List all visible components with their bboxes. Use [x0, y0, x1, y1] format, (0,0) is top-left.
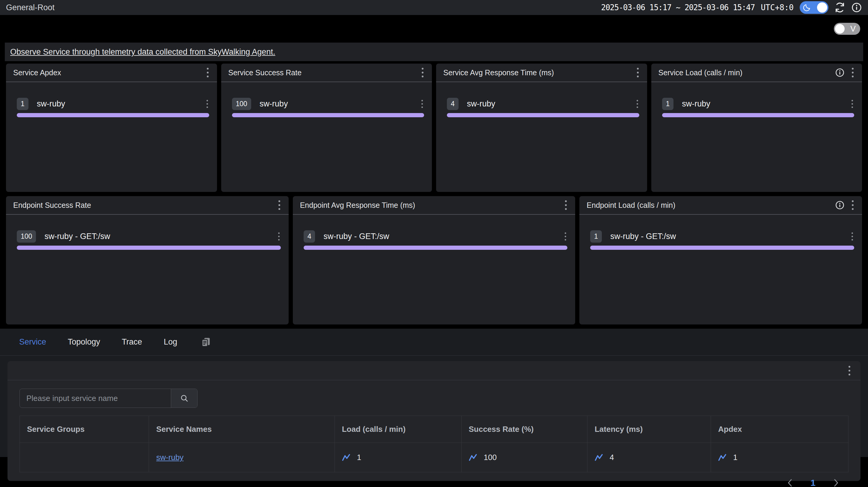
card-service-success-rate: Service Success Rate 100 sw-ruby — [221, 64, 432, 192]
metric-bar-fill — [447, 113, 639, 117]
bottom-section: Service Topology Trace Log — [0, 329, 868, 457]
card-menu-button[interactable] — [206, 67, 210, 79]
item-menu-button[interactable] — [277, 231, 281, 242]
cell-service-name: sw-ruby — [149, 443, 335, 472]
dark-mode-toggle[interactable] — [800, 1, 829, 14]
sparkline-icon[interactable] — [718, 454, 727, 461]
info-icon[interactable] — [835, 68, 845, 78]
docs-icon — [200, 337, 211, 347]
item-menu-button[interactable] — [205, 99, 209, 109]
cell-apdex: 1 — [711, 443, 848, 472]
card-menu-button[interactable] — [850, 199, 855, 211]
sparkline-icon[interactable] — [469, 454, 478, 461]
search-input[interactable] — [20, 389, 171, 407]
metric-item-label[interactable]: sw-ruby — [682, 99, 850, 109]
endpoint-metrics-row: Endpoint Success Rate 100 sw-ruby - GET:… — [0, 196, 868, 325]
metric-value-badge: 4 — [447, 98, 459, 110]
card-title: Service Avg Response Time (ms) — [443, 68, 636, 77]
metric-item-label[interactable]: sw-ruby — [37, 99, 205, 109]
previous-page-button[interactable] — [786, 478, 794, 487]
metric-bar — [447, 113, 639, 117]
tab-log[interactable]: Log — [164, 337, 177, 347]
item-menu-button[interactable] — [850, 99, 854, 109]
card-title: Endpoint Avg Response Time (ms) — [300, 201, 564, 210]
card-menu-button[interactable] — [421, 67, 425, 79]
cell-success-rate: 100 — [461, 443, 587, 472]
header-service-names: Service Names — [149, 416, 335, 443]
metric-bar-fill — [232, 113, 425, 117]
refresh-icon — [834, 2, 845, 13]
metric-value-badge: 1 — [590, 230, 602, 243]
banner-text[interactable]: Observe Service through telemetry data c… — [10, 48, 275, 57]
tab-service[interactable]: Service — [19, 337, 46, 347]
top-bar-controls: 2025-03-06 15:17 ~ 2025-03-06 15:47 UTC+… — [601, 1, 862, 14]
metric-value-badge: 1 — [662, 98, 674, 110]
sparkline-icon[interactable] — [595, 454, 603, 461]
description-banner: Observe Service through telemetry data c… — [5, 42, 863, 61]
current-page[interactable]: 1 — [810, 478, 815, 487]
sparkline-icon[interactable] — [342, 454, 351, 461]
toolbar-strip: V — [0, 15, 868, 42]
header-success-rate: Success Rate (%) — [461, 416, 587, 443]
toggle-knob — [817, 2, 827, 12]
metric-bar — [232, 113, 425, 117]
card-menu-button[interactable] — [277, 199, 281, 211]
page-title: General-Root — [6, 3, 55, 12]
view-edit-toggle[interactable]: V — [834, 23, 860, 35]
item-menu-button[interactable] — [563, 231, 567, 242]
table-row: sw-ruby 1 — [20, 443, 848, 472]
metric-bar — [662, 113, 855, 117]
info-icon[interactable] — [835, 200, 845, 210]
pagination: 1 — [7, 472, 861, 487]
card-service-load: Service Load (calls / min) 1 sw-ruby — [651, 64, 862, 192]
metric-item-label[interactable]: sw-ruby - GET:/sw — [323, 232, 563, 241]
service-table: Service Groups Service Names Load (calls… — [20, 416, 848, 472]
metric-value: 1 — [733, 453, 737, 462]
copy-docs-button[interactable] — [200, 337, 211, 347]
timezone-label[interactable]: UTC+8:0 — [761, 3, 794, 12]
header-load: Load (calls / min) — [335, 416, 461, 443]
metric-value: 1 — [357, 453, 361, 462]
tab-topology[interactable]: Topology — [68, 337, 100, 347]
search-button[interactable] — [171, 389, 197, 407]
search-row — [7, 380, 861, 408]
next-page-button[interactable] — [832, 478, 839, 487]
refresh-button[interactable] — [834, 2, 845, 13]
metric-item-label[interactable]: sw-ruby - GET:/sw — [44, 232, 277, 241]
search-icon — [180, 394, 189, 403]
top-bar: General-Root 2025-03-06 15:17 ~ 2025-03-… — [0, 0, 868, 15]
card-title: Service Apdex — [13, 68, 206, 77]
cell-latency: 4 — [587, 443, 711, 472]
card-menu-button[interactable] — [636, 67, 640, 79]
metric-bar — [17, 113, 209, 117]
card-menu-button[interactable] — [564, 199, 568, 211]
widget-menu-button[interactable] — [847, 365, 851, 377]
dashboard-root: General-Root 2025-03-06 15:17 ~ 2025-03-… — [0, 0, 868, 487]
metric-bar-fill — [304, 246, 568, 250]
metric-bar — [17, 246, 281, 250]
info-button[interactable] — [851, 2, 862, 13]
table-header-row: Service Groups Service Names Load (calls… — [20, 416, 848, 443]
item-menu-button[interactable] — [420, 99, 424, 109]
card-menu-button[interactable] — [850, 67, 855, 79]
metric-item-label[interactable]: sw-ruby — [467, 99, 636, 109]
chevron-right-icon — [832, 478, 839, 487]
service-link[interactable]: sw-ruby — [156, 453, 183, 462]
card-endpoint-load: Endpoint Load (calls / min) 1 sw-ruby - … — [579, 196, 862, 325]
metric-item-label[interactable]: sw-ruby - GET:/sw — [610, 232, 850, 241]
metric-bar — [590, 246, 854, 250]
header-service-groups: Service Groups — [20, 416, 149, 443]
metric-value: 100 — [484, 453, 497, 462]
item-menu-button[interactable] — [636, 99, 639, 109]
time-range[interactable]: 2025-03-06 15:17 ~ 2025-03-06 15:47 — [601, 3, 755, 12]
item-menu-button[interactable] — [850, 231, 854, 242]
card-service-apdex: Service Apdex 1 sw-ruby — [6, 64, 217, 192]
header-latency: Latency (ms) — [587, 416, 711, 443]
card-endpoint-avg-response-time: Endpoint Avg Response Time (ms) 4 sw-rub… — [293, 196, 576, 325]
metric-item-label[interactable]: sw-ruby — [259, 99, 420, 109]
cell-service-group — [20, 443, 149, 472]
moon-icon — [802, 3, 811, 12]
tab-trace[interactable]: Trace — [122, 337, 142, 347]
card-endpoint-success-rate: Endpoint Success Rate 100 sw-ruby - GET:… — [6, 196, 289, 325]
metric-value-badge: 100 — [17, 230, 36, 243]
